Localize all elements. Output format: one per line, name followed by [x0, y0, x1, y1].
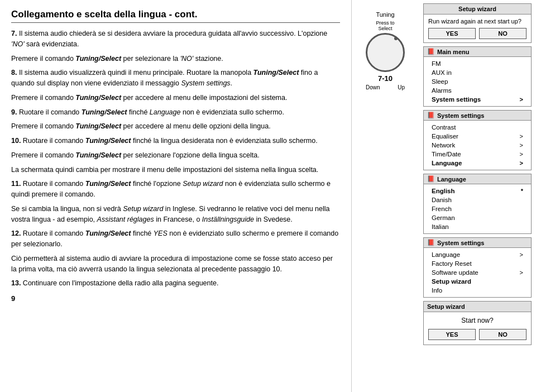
para-11a: 11. Ruotare il comando Tuning/Select fin…	[11, 179, 340, 200]
step-8-num: 8.	[11, 69, 17, 77]
menu-item-contrast[interactable]: Contrast	[428, 123, 527, 132]
menu-item-danish[interactable]: Danish	[428, 195, 527, 204]
menu-item-english[interactable]: English *	[428, 187, 527, 195]
menu-item-french[interactable]: French	[428, 204, 527, 213]
contrast-label: Contrast	[432, 124, 456, 131]
menu-item-setup-wizard[interactable]: Setup wizard	[428, 277, 527, 286]
step-10-num: 10.	[11, 137, 21, 145]
para-12a: 12. Ruotare il comando Tuning/Select fin…	[11, 228, 340, 250]
center-diagram-panel: Tuning Press toSelect 7-10 Down Up	[352, 0, 419, 392]
step-12-num: 12.	[11, 230, 21, 237]
para-7a: 7. Il sistema audio chiederà se si desid…	[11, 28, 340, 50]
menu-item-sleep[interactable]: Sleep	[428, 77, 527, 86]
page-title: Collegamento e scelta della lingua - con…	[11, 9, 340, 23]
system-settings2-box: 📕 System settings Language > Factory Res…	[423, 237, 532, 298]
menu-item-system-settings-label: System settings	[432, 96, 481, 103]
setup-wizard-top-header: Setup wizard	[424, 4, 531, 15]
setup-wizard-ref2: Setup wizard	[123, 205, 163, 213]
menu-item-italian[interactable]: Italian	[428, 222, 527, 231]
para-9b: Premere il comando Tuning/Select per acc…	[11, 121, 340, 132]
danish-label: Danish	[432, 197, 452, 203]
timedate-chevron: >	[520, 151, 523, 157]
tuning-select-ref5: Tuning/Select	[75, 122, 121, 130]
menu-item-aux[interactable]: AUX in	[428, 68, 527, 77]
step-13-num: 13.	[11, 279, 21, 287]
system-settings-body: Contrast Equaliser > Network > Time/Date…	[424, 121, 531, 170]
yes-button-bottom[interactable]: YES	[428, 329, 476, 340]
book-icon-system: 📕	[427, 112, 435, 119]
para-9a: 9. Ruotare il comando Tuning/Select finc…	[11, 107, 340, 118]
menu-item-aux-label: AUX in	[432, 69, 452, 76]
tuning-knob[interactable]	[366, 33, 405, 72]
system-settings2-body: Language > Factory Reset Software update…	[424, 248, 531, 297]
equaliser-chevron: >	[520, 133, 523, 140]
main-menu-body: FM AUX in Sleep Alarms System settings >	[424, 57, 531, 106]
book-icon-language: 📕	[427, 175, 435, 183]
menu-item-fm[interactable]: FM	[428, 59, 527, 68]
book-icon-system2: 📕	[427, 239, 435, 246]
english-label: English	[432, 188, 455, 194]
english-selected-star: *	[521, 188, 523, 194]
menu-item-language[interactable]: Language >	[428, 159, 527, 168]
menu-item-network[interactable]: Network >	[428, 141, 527, 150]
menu-item-software-update[interactable]: Software update >	[428, 268, 527, 277]
menu-item-fm-label: FM	[432, 60, 441, 67]
step-9-num: 9.	[11, 108, 17, 116]
run-wizard-text: Run wizard again at next start up?	[428, 18, 527, 25]
network-label: Network	[432, 142, 455, 149]
press-to-select-label: Press toSelect	[376, 20, 394, 31]
start-now-text: Start now?	[428, 317, 527, 324]
tuning-select-ref7: Tuning/Select	[75, 151, 121, 159]
para-7b: Premere il comando Tuning/Select per sel…	[11, 54, 340, 64]
language2-label: Language	[432, 251, 460, 258]
no-button-top[interactable]: NO	[479, 28, 527, 39]
software-update-label: Software update	[432, 269, 478, 276]
tuning-label: Tuning	[376, 11, 394, 18]
down-up-labels: Down Up	[366, 84, 405, 90]
system-settings-chevron: >	[520, 96, 523, 103]
tuning-select-ref9: Tuning/Select	[85, 230, 131, 237]
up-label: Up	[398, 84, 405, 90]
tuning-select-ref: Tuning/Select	[75, 55, 121, 63]
menu-item-timedate[interactable]: Time/Date >	[428, 150, 527, 159]
menu-item-alarms[interactable]: Alarms	[428, 86, 527, 95]
knob-marker	[394, 37, 398, 40]
installningsguide: Inställningsguide	[202, 216, 254, 223]
para-13: 13. Continuare con l'impostazione della …	[11, 278, 340, 289]
network-chevron: >	[520, 142, 523, 149]
no-button-bottom[interactable]: NO	[479, 329, 527, 340]
menu-item-german[interactable]: German	[428, 213, 527, 222]
yes-button-top[interactable]: YES	[428, 28, 476, 39]
setup-wizard-top-body: Run wizard again at next start up? YES N…	[424, 15, 531, 42]
software-update-chevron: >	[520, 269, 523, 276]
tuning-select-ref4: Tuning/Select	[82, 108, 127, 116]
info-label: Info	[432, 287, 442, 294]
language-label: Language	[432, 160, 462, 166]
main-menu-box: 📕 Main menu FM AUX in Sleep Alarms Syste…	[423, 46, 532, 107]
menu-item-language2[interactable]: Language >	[428, 250, 527, 259]
para-12b: Ciò permetterà al sistema audio di avvia…	[11, 254, 340, 275]
language-chevron: >	[520, 160, 523, 166]
setup-wizard-top-box: Setup wizard Run wizard again at next st…	[423, 3, 532, 43]
language-box: 📕 Language English * Danish French Germa…	[423, 174, 532, 234]
system-settings-ref: System settings	[181, 79, 230, 87]
menu-item-info[interactable]: Info	[428, 286, 527, 295]
step-range-label: 7-10	[378, 74, 393, 83]
left-content-panel: Collegamento e scelta della lingua - con…	[0, 0, 352, 392]
tuning-select-ref8: Tuning/Select	[85, 180, 131, 188]
menu-item-equaliser[interactable]: Equaliser >	[428, 132, 527, 141]
menu-item-sleep-label: Sleep	[432, 78, 448, 85]
italian-label: Italian	[432, 223, 449, 230]
book-icon-main: 📕	[427, 48, 435, 55]
yes-no-buttons: YES NO	[428, 28, 527, 39]
language-header: 📕 Language	[424, 174, 531, 184]
para-8a: 8. Il sistema audio visualizzerà quindi …	[11, 68, 340, 89]
para-8b: Premere il comando Tuning/Select per acc…	[11, 93, 340, 103]
menu-item-factory-reset[interactable]: Factory Reset	[428, 259, 527, 268]
setup-wizard-label: Setup wizard	[432, 278, 471, 285]
system-settings-box: 📕 System settings Contrast Equaliser > N…	[423, 110, 532, 170]
para-10c: La schermata quindi cambia per mostrare …	[11, 165, 340, 175]
menu-item-system-settings[interactable]: System settings >	[428, 95, 527, 104]
yes-ref: YES	[154, 230, 168, 237]
page-number: 9	[11, 294, 340, 303]
